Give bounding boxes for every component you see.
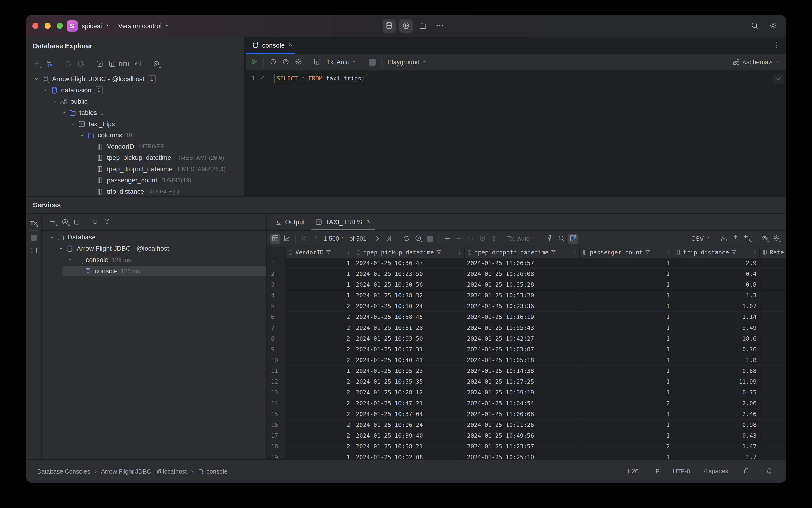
chevron-down-icon[interactable] <box>78 131 86 139</box>
cell-passenger_count[interactable]: 2 <box>580 441 673 452</box>
cell-tpep_pickup_datetime[interactable]: 2024-01-25 10:02:08 <box>354 452 465 459</box>
cell-trip_distance[interactable]: 9.49 <box>673 323 760 333</box>
tree-item-datafusion[interactable]: datafusion1 <box>26 85 244 96</box>
breadcrumb-item[interactable]: console <box>207 468 228 475</box>
cell-rate[interactable] <box>760 430 786 441</box>
cell-vendorid[interactable]: 1 <box>285 268 354 279</box>
table-row[interactable]: 1222024-01-25 10:55:352024-01-25 11:27:2… <box>267 376 786 387</box>
settings-button[interactable] <box>767 19 780 33</box>
cell-tpep_dropoff_datetime[interactable]: 2024-01-25 10:25:10 <box>465 452 580 459</box>
tree-item-tables[interactable]: tables1 <box>26 107 244 119</box>
sort-icon[interactable] <box>346 250 351 255</box>
filter-icon[interactable] <box>550 249 556 255</box>
cell-tpep_pickup_datetime[interactable]: 2024-01-25 10:47:21 <box>354 398 465 409</box>
close-window-button[interactable] <box>32 23 38 29</box>
cell-vendorid[interactable]: 2 <box>285 344 354 354</box>
row-number[interactable]: 17 <box>267 430 285 441</box>
compare-button[interactable] <box>742 234 753 244</box>
cell-tpep_dropoff_datetime[interactable]: 2024-01-25 10:42:27 <box>465 333 580 344</box>
row-number[interactable]: 2 <box>267 268 285 279</box>
cell-tpep_pickup_datetime[interactable]: 2024-01-25 10:23:50 <box>354 268 465 279</box>
execution-history-button[interactable] <box>268 57 278 68</box>
tx-mode-select[interactable]: Tx: Auto <box>324 58 359 66</box>
tree-item-tpep-pickup-datetime[interactable]: tpep_pickup_datetimeTIMESTAMP(26,6) <box>26 152 244 164</box>
last-page-button[interactable] <box>384 234 394 244</box>
line-separator[interactable]: LF <box>652 468 659 475</box>
sort-icon[interactable] <box>752 250 758 255</box>
browse-tables-button[interactable] <box>312 57 322 68</box>
cell-rate[interactable] <box>760 387 786 398</box>
view-settings-button[interactable] <box>760 234 770 244</box>
ddl-button[interactable]: DDL <box>120 59 130 70</box>
cell-tpep_dropoff_datetime[interactable]: 2024-01-25 10:55:43 <box>465 323 580 333</box>
sort-icon[interactable] <box>457 250 462 255</box>
sql-statement[interactable]: SELECT * FROM taxi_trips; <box>274 74 367 83</box>
results-tx-mode-select[interactable]: Tx: Auto <box>506 235 538 243</box>
first-page-button[interactable] <box>299 234 309 244</box>
grid-settings-button[interactable] <box>771 234 781 244</box>
view-options-button[interactable] <box>151 59 162 70</box>
row-number[interactable]: 11 <box>267 366 285 376</box>
tab-options-button[interactable] <box>771 40 782 51</box>
cell-trip_distance[interactable]: 2.9 <box>673 258 760 268</box>
parameters-button[interactable] <box>280 57 291 68</box>
cell-rate[interactable] <box>760 366 786 376</box>
table-row[interactable]: 1322024-01-25 10:28:122024-01-25 10:39:1… <box>267 387 786 398</box>
tree-item-vendorid[interactable]: VendorIDINTEGER <box>26 141 244 152</box>
cell-trip_distance[interactable]: 18.6 <box>673 333 760 344</box>
cell-rate[interactable] <box>760 333 786 344</box>
tree-item-arrow-flight-jdbc-localhost[interactable]: Arrow Flight JDBC - @localhost <box>42 243 266 254</box>
cell-vendorid[interactable]: 2 <box>285 333 354 344</box>
filter-icon[interactable] <box>325 249 331 255</box>
cell-trip_distance[interactable]: 11.99 <box>673 376 760 387</box>
show-options-button[interactable] <box>59 217 70 227</box>
table-row[interactable]: 822024-01-25 10:03:502024-01-25 10:42:27… <box>267 333 786 344</box>
cell-tpep_dropoff_datetime[interactable]: 2024-01-25 11:03:07 <box>465 344 580 354</box>
table-view-button[interactable] <box>270 234 280 244</box>
zoom-window-button[interactable] <box>57 23 63 29</box>
table-row[interactable]: 1622024-01-25 10:06:242024-01-25 10:21:2… <box>267 420 786 430</box>
cell-vendorid[interactable]: 2 <box>285 441 354 452</box>
tree-item-console[interactable]: console126 ms <box>42 265 266 277</box>
cell-passenger_count[interactable]: 1 <box>580 323 673 333</box>
cell-tpep_pickup_datetime[interactable]: 2024-01-25 10:06:24 <box>354 420 465 430</box>
table-row[interactable]: 1022024-01-25 10:40:412024-01-25 11:05:1… <box>267 355 786 366</box>
submit-button[interactable] <box>489 234 499 244</box>
tree-item-console[interactable]: console126 ms <box>42 254 266 265</box>
filter-icon[interactable] <box>645 249 651 255</box>
tab-output[interactable]: Output <box>270 214 310 230</box>
project-selector[interactable]: spiceai <box>82 15 110 37</box>
breadcrumb-item[interactable]: Arrow Flight JDBC - @localhost <box>101 468 187 475</box>
table-row[interactable]: 1912024-01-25 10:02:082024-01-25 10:25:1… <box>267 452 786 459</box>
cell-rate[interactable] <box>760 290 786 301</box>
table-row[interactable]: 212024-01-25 10:23:502024-01-25 10:26:08… <box>267 268 786 279</box>
cell-rate[interactable] <box>760 398 786 409</box>
cell-trip_distance[interactable]: 1.07 <box>673 301 760 311</box>
cell-passenger_count[interactable]: 1 <box>580 290 673 301</box>
cell-tpep_dropoff_datetime[interactable]: 2024-01-25 11:06:57 <box>465 258 580 268</box>
chevron-down-icon[interactable] <box>32 75 40 83</box>
cell-vendorid[interactable]: 2 <box>285 420 354 430</box>
cell-passenger_count[interactable]: 1 <box>580 258 673 268</box>
cell-vendorid[interactable]: 1 <box>285 452 354 459</box>
add-service-button[interactable] <box>47 217 58 227</box>
table-row[interactable]: 412024-01-25 10:38:322024-01-25 10:53:20… <box>267 290 786 301</box>
cell-tpep_pickup_datetime[interactable]: 2024-01-25 10:37:04 <box>354 409 465 419</box>
cell-vendorid[interactable]: 2 <box>285 323 354 333</box>
table-row[interactable]: 1522024-01-25 10:37:042024-01-25 11:00:0… <box>267 409 786 420</box>
cell-vendorid[interactable]: 2 <box>285 376 354 387</box>
cell-passenger_count[interactable]: 1 <box>580 312 673 322</box>
column-header-tpep_pickup_datetime[interactable]: tpep_pickup_datetime <box>354 247 465 257</box>
table-row[interactable]: 622024-01-25 10:58:452024-01-25 11:16:19… <box>267 312 786 323</box>
export-format-select[interactable]: CSV <box>690 235 712 243</box>
cell-passenger_count[interactable]: 1 <box>580 366 673 376</box>
cell-rate[interactable] <box>760 323 786 333</box>
schema-selector[interactable]: <schema> <box>732 58 780 66</box>
tree-item-trip-distance[interactable]: trip_distanceDOUBLE(0) <box>26 186 244 196</box>
cell-trip_distance[interactable]: 0.8 <box>673 279 760 290</box>
cell-tpep_dropoff_datetime[interactable]: 2024-01-25 10:49:56 <box>465 430 580 441</box>
cell-tpep_dropoff_datetime[interactable]: 2024-01-25 11:27:25 <box>465 376 580 387</box>
project-files-button[interactable] <box>416 19 430 33</box>
cell-tpep_pickup_datetime[interactable]: 2024-01-25 10:03:50 <box>354 333 465 344</box>
file-encoding[interactable]: UTF-8 <box>673 468 690 475</box>
